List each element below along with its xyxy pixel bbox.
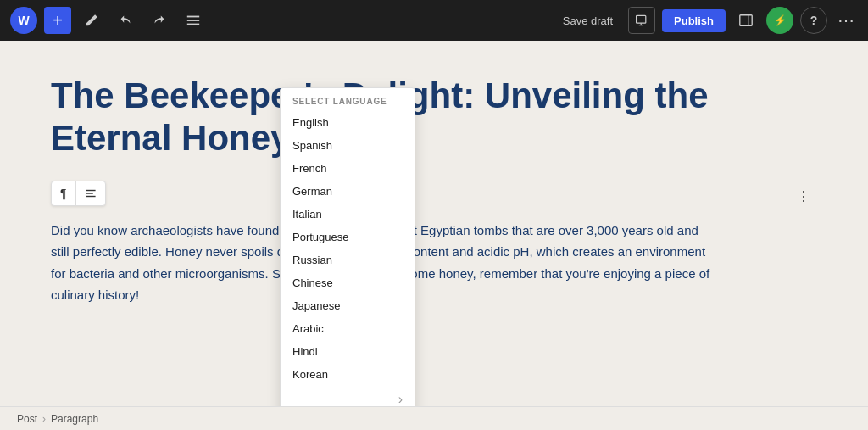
list-icon [186, 13, 201, 28]
paragraph-icon-button[interactable]: ¶ [52, 181, 76, 205]
toolbar-right-group: Save draft Publish ⚡ ? ⋯ [554, 7, 858, 34]
language-option-portuguese[interactable]: Portuguese [281, 226, 415, 249]
svg-rect-2 [187, 24, 199, 25]
align-icon [85, 187, 97, 199]
toolbar-left-group: W + [10, 7, 548, 34]
sidebar-icon [738, 13, 754, 28]
language-option-german[interactable]: German [281, 180, 415, 203]
jetpack-button[interactable]: ⚡ [766, 7, 793, 34]
language-option-korean[interactable]: Korean [281, 363, 415, 386]
dropdown-header: SELECT LANGUAGE [281, 88, 415, 111]
block-toolbar: ¶ [51, 181, 106, 206]
block-drag-handle [113, 183, 140, 210]
language-option-spanish[interactable]: Spanish [281, 134, 415, 157]
breadcrumb-separator: › [42, 413, 46, 425]
wp-logo[interactable]: W [10, 7, 37, 34]
content-area: The Beekeeper's Delight: Unveiling the E… [0, 41, 868, 406]
save-draft-button[interactable]: Save draft [554, 9, 621, 32]
undo-button[interactable] [112, 7, 139, 34]
language-option-japanese[interactable]: Japanese [281, 294, 415, 317]
breadcrumb: Post › Paragraph [0, 406, 868, 430]
language-option-arabic[interactable]: Arabic [281, 317, 415, 340]
publish-button[interactable]: Publish [662, 9, 726, 32]
language-dropdown: SELECT LANGUAGE English Spanish French G… [280, 87, 415, 406]
language-option-english[interactable]: English [281, 111, 415, 134]
undo-icon [118, 13, 133, 28]
svg-rect-8 [86, 190, 95, 191]
redo-button[interactable] [146, 7, 173, 34]
align-button[interactable] [76, 181, 105, 205]
list-view-button[interactable] [180, 7, 207, 34]
language-option-russian[interactable]: Russian [281, 249, 415, 271]
more-languages-arrow[interactable]: › [398, 392, 403, 406]
breadcrumb-post[interactable]: Post [17, 413, 37, 425]
preview-icon [635, 14, 648, 27]
add-block-button[interactable]: + [44, 7, 71, 34]
pen-icon [84, 13, 99, 28]
breadcrumb-paragraph: Paragraph [51, 413, 98, 425]
language-option-french[interactable]: French [281, 157, 415, 180]
svg-rect-1 [187, 20, 199, 21]
settings-sidebar-button[interactable] [732, 7, 760, 34]
language-option-chinese[interactable]: Chinese [281, 271, 415, 294]
block-options-button[interactable]: ⋮ [790, 183, 817, 209]
svg-rect-0 [187, 16, 199, 18]
redo-icon [152, 13, 167, 28]
preview-button[interactable] [628, 7, 655, 34]
language-option-italian[interactable]: Italian [281, 203, 415, 226]
help-button[interactable]: ? [800, 7, 827, 34]
language-option-hindi[interactable]: Hindi [281, 340, 415, 363]
options-button[interactable]: ⋯ [834, 7, 858, 34]
top-toolbar: W + Save draft Publish ⚡ ? ⋯ [0, 0, 868, 41]
block-controls: ¶ ⋮ [51, 181, 817, 213]
svg-rect-3 [637, 15, 646, 23]
svg-rect-10 [86, 196, 95, 197]
svg-rect-9 [86, 193, 92, 193]
svg-rect-6 [740, 15, 752, 26]
tools-button[interactable] [78, 7, 105, 34]
